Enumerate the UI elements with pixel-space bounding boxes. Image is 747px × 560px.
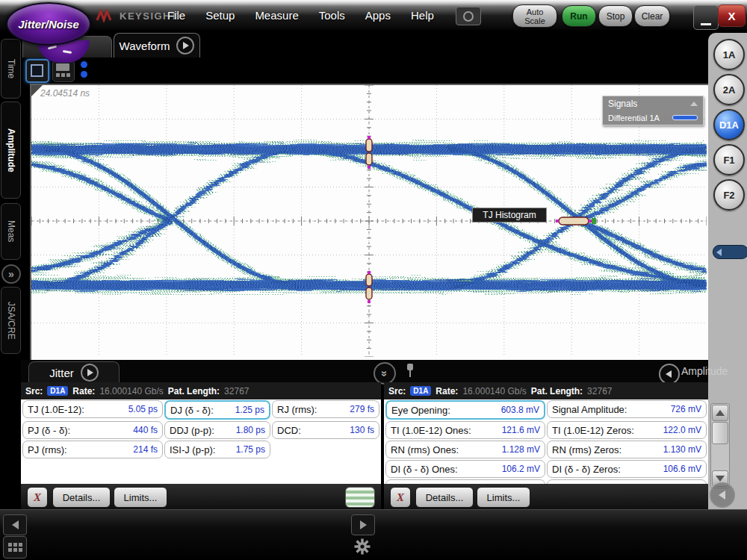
measurement-value: 106.6 mV bbox=[663, 464, 701, 474]
channel-button-f1[interactable]: F1 bbox=[713, 144, 745, 175]
jitter-tab-play-icon[interactable] bbox=[81, 364, 99, 382]
auto-scale-label-2: Scale bbox=[524, 16, 545, 25]
measurement-pj-rms[interactable]: PJ (rms):214 fs bbox=[22, 441, 163, 458]
screenshot-camera-button[interactable] bbox=[456, 7, 481, 25]
amplitude-measurements-panel: Src: D1A Rate: 16.000140 Gb/s Pat. Lengt… bbox=[384, 382, 708, 509]
stop-button[interactable]: Stop bbox=[598, 5, 633, 27]
menu-apps[interactable]: Apps bbox=[365, 9, 391, 22]
measurement-di-zeros[interactable]: DI (δ - δ) Zeros:106.6 mV bbox=[547, 460, 707, 478]
measurement-label: TI (1.0E-12) Zeros: bbox=[552, 425, 634, 436]
amplitude-panel-back-button[interactable] bbox=[659, 364, 680, 385]
menu-file[interactable]: File bbox=[167, 9, 185, 22]
measurement-dj[interactable]: DJ (δ - δ):1.25 ps bbox=[164, 400, 270, 420]
channel-button-1a[interactable]: 1A bbox=[713, 39, 745, 70]
measurement-label: DCD: bbox=[277, 425, 301, 436]
limits-button[interactable]: Limits... bbox=[114, 487, 167, 508]
menu-setup[interactable]: Setup bbox=[205, 9, 235, 22]
measurement-rj-rms[interactable]: RJ (rms):279 fs bbox=[272, 400, 379, 418]
amplitude-collapse-button[interactable] bbox=[710, 482, 735, 508]
export-table-button[interactable] bbox=[345, 487, 375, 508]
measurement-tj-1-0e-12[interactable]: TJ (1.0E-12):5.05 ps bbox=[22, 400, 163, 418]
signals-legend[interactable]: Signals Differential 1A bbox=[602, 96, 704, 125]
legend-header[interactable]: Signals bbox=[603, 96, 703, 111]
sidebar-tab-amplitude[interactable]: Amplitude bbox=[1, 102, 21, 199]
strip-collapse-handle[interactable] bbox=[713, 245, 747, 259]
limits-button[interactable]: Limits... bbox=[477, 487, 530, 508]
application-window: KEYSIGHT File Setup Measure Tools Apps H… bbox=[0, 0, 747, 560]
measurement-isi-j-p-p[interactable]: ISI-J (p-p):1.75 ps bbox=[164, 441, 270, 458]
settings-button[interactable] bbox=[351, 536, 374, 557]
sidebar-tab-time[interactable]: Time bbox=[1, 39, 21, 99]
auto-scale-button[interactable]: Auto Scale bbox=[512, 4, 557, 28]
measurement-eye-opening[interactable]: Eye Opening:603.8 mV bbox=[385, 400, 545, 420]
status-indicator-dot-2 bbox=[81, 71, 87, 78]
run-button[interactable]: Run bbox=[562, 5, 596, 27]
pin-icon[interactable] bbox=[406, 364, 415, 379]
src-badge: D1A bbox=[47, 386, 68, 396]
multi-pane-icon bbox=[56, 63, 69, 71]
details-button[interactable]: Details... bbox=[415, 487, 474, 508]
menu-tools[interactable]: Tools bbox=[319, 9, 345, 22]
graph-tab-bar bbox=[0, 30, 747, 57]
measurement-ddj-p-p[interactable]: DDJ (p-p):1.80 ps bbox=[164, 421, 270, 439]
measurement-signal-amplitude[interactable]: Signal Amplitude:726 mV bbox=[547, 400, 707, 418]
jitter-panel-tab[interactable]: Jitter bbox=[28, 361, 120, 383]
jitter-source-header: Src: D1A Rate: 16.000140 Gb/s Pat. Lengt… bbox=[21, 382, 381, 399]
rate-value: 16.000140 Gb/s bbox=[462, 386, 526, 396]
measurement-label: Signal Amplitude: bbox=[552, 404, 627, 415]
menu-help[interactable]: Help bbox=[411, 9, 434, 22]
single-graph-layout-button[interactable] bbox=[25, 59, 49, 83]
amplitude-source-header: Src: D1A Rate: 16.000140 Gb/s Pat. Lengt… bbox=[384, 382, 708, 399]
measurement-label: TJ (1.0E-12): bbox=[28, 404, 84, 415]
measurement-rn-rms-ones[interactable]: RN (rms) Ones:1.128 mV bbox=[385, 441, 545, 458]
sidebar-tab-meas[interactable]: Meas bbox=[1, 203, 21, 260]
pattern-length-value: 32767 bbox=[224, 386, 249, 396]
minimize-button[interactable] bbox=[693, 5, 719, 30]
pattern-length-label: Pat. Length: bbox=[531, 386, 583, 396]
amplitude-panel-header: Amplitude bbox=[681, 365, 728, 377]
measurement-label: Eye Opening: bbox=[391, 405, 450, 416]
measurement-label: PJ (δ - δ): bbox=[28, 425, 70, 436]
measurement-ti-1-0e-12-ones[interactable]: TI (1.0E-12) Ones:121.6 mV bbox=[385, 421, 545, 439]
measurement-ti-1-0e-12-zeros[interactable]: TI (1.0E-12) Zeros:122.0 mV bbox=[547, 421, 707, 439]
menu-measure[interactable]: Measure bbox=[255, 9, 298, 22]
clear-button[interactable]: Clear bbox=[634, 5, 670, 27]
amplitude-scrollbar[interactable] bbox=[710, 403, 730, 488]
measurement-label: RN (rms) Ones: bbox=[391, 444, 459, 455]
histogram-toggle-button[interactable]: X bbox=[390, 487, 411, 508]
single-pane-icon bbox=[31, 64, 43, 77]
previous-channel-button[interactable] bbox=[3, 514, 27, 535]
measurement-di-ones[interactable]: DI (δ - δ) Ones:106.2 mV bbox=[385, 460, 545, 478]
close-button[interactable]: X bbox=[718, 4, 746, 27]
sidebar-tab-jsa-cre[interactable]: JSA/CRE bbox=[1, 287, 21, 354]
channel-menu-button[interactable] bbox=[3, 536, 27, 559]
channel-button-d1a[interactable]: D1A bbox=[713, 109, 745, 140]
legend-series-label: Differential 1A bbox=[608, 113, 660, 122]
collapse-panels-button[interactable]: » bbox=[374, 362, 396, 385]
details-button[interactable]: Details... bbox=[52, 487, 111, 508]
chevron-up-icon[interactable] bbox=[690, 102, 698, 106]
measurement-pj[interactable]: PJ (δ - δ):440 fs bbox=[22, 421, 163, 439]
measurement-rn-rms-zeros[interactable]: RN (rms) Zeros:1.130 mV bbox=[547, 441, 707, 458]
scroll-up-button[interactable] bbox=[712, 405, 728, 421]
measurement-dcd[interactable]: DCD:130 fs bbox=[272, 421, 379, 439]
multi-graph-layout-button[interactable] bbox=[52, 60, 75, 82]
tab-waveform[interactable]: Waveform bbox=[114, 33, 200, 57]
measurement-value: 121.6 mV bbox=[502, 425, 540, 435]
histogram-toggle-button[interactable]: X bbox=[27, 487, 48, 508]
eye-diagram bbox=[31, 85, 707, 357]
jitter-measurements-list: TJ (1.0E-12):5.05 psDJ (δ - δ):1.25 psRJ… bbox=[21, 399, 381, 484]
tab-play-icon[interactable] bbox=[176, 37, 194, 55]
status-indicator-dot-1 bbox=[81, 61, 87, 68]
keysight-logo-icon bbox=[96, 9, 115, 22]
tj-histogram-label[interactable]: TJ Histogram bbox=[472, 208, 547, 223]
left-sidebar: Time Amplitude Meas » JSA/CRE bbox=[0, 33, 21, 509]
next-channel-button[interactable] bbox=[351, 514, 375, 535]
sidebar-expand-button[interactable]: » bbox=[1, 264, 21, 284]
channel-button-f2[interactable]: F2 bbox=[713, 179, 745, 211]
scrollbar-thumb[interactable] bbox=[712, 422, 728, 444]
waveform-plot[interactable]: 24.04514 ns TJ Histogram Signals Differe… bbox=[30, 84, 711, 361]
measurement-value: 726 mV bbox=[671, 404, 701, 414]
channel-button-2a[interactable]: 2A bbox=[713, 74, 745, 105]
collapse-left-icon bbox=[716, 249, 722, 256]
